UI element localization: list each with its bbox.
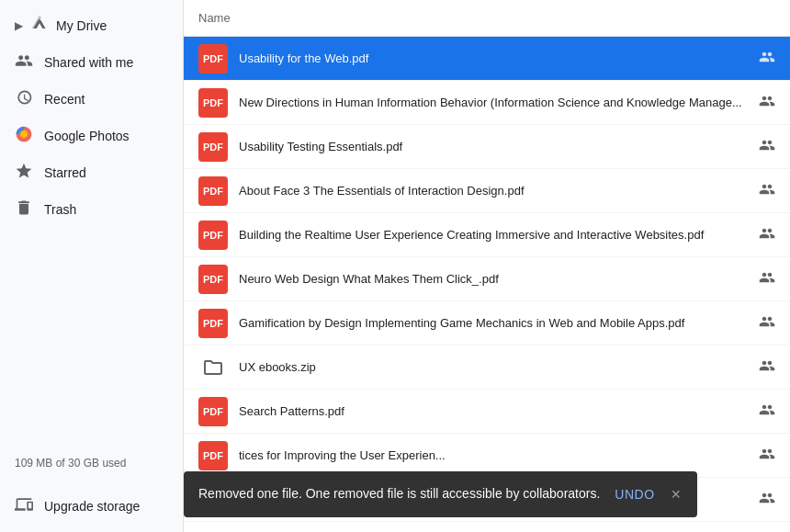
file-row[interactable]: PDFGamification by Design Implementing G… — [184, 301, 790, 345]
pdf-icon: PDF — [198, 265, 228, 294]
sidebar-item-label: Trash — [44, 202, 76, 217]
file-row[interactable]: PDFUsability Testing Essentials.pdf — [184, 125, 790, 169]
drive-icon — [30, 15, 49, 37]
pdf-icon: PDF — [198, 309, 228, 338]
file-list: PDFUsability for the Web.pdf PDFNew Dire… — [184, 37, 790, 532]
pdf-icon: PDF — [198, 132, 228, 162]
filename: tices for Improving the User Experien... — [239, 448, 748, 462]
pdf-icon: PDF — [198, 397, 228, 426]
pdf-icon: PDF — [198, 221, 228, 250]
main-content: Name PDFUsability for the Web.pdf PDFNew… — [184, 0, 790, 532]
share-icon — [759, 490, 775, 510]
sidebar-item-label: My Drive — [56, 18, 107, 33]
people-icon — [15, 51, 33, 74]
pdf-icon: PDF — [198, 441, 228, 470]
storage-text: 109 MB of 30 GB used — [15, 457, 168, 470]
sidebar-item-shared[interactable]: Shared with me — [0, 44, 172, 81]
file-row[interactable]: PDFAbout Face 3 The Essentials of Intera… — [184, 169, 790, 213]
filename: Neuro Web Design What Makes Them Click_.… — [239, 272, 748, 286]
filename: Usability Testing Essentials.pdf — [239, 140, 748, 153]
filename: Building the Realtime User Experience Cr… — [239, 228, 748, 242]
file-row[interactable]: PDFNeuro Web Design What Makes Them Clic… — [184, 257, 790, 301]
filename: New Directions in Human Information Beha… — [239, 96, 748, 109]
pdf-icon: PDF — [198, 44, 228, 74]
name-column-header: Name — [198, 11, 231, 25]
share-icon — [759, 402, 775, 422]
filename: Usability for the Web.pdf — [239, 51, 748, 65]
share-icon — [759, 137, 775, 157]
share-icon — [759, 181, 775, 201]
sidebar-item-trash[interactable]: Trash — [0, 191, 172, 228]
file-row[interactable]: UX ebooks.zip — [184, 345, 790, 390]
sidebar-item-my-drive[interactable]: ▶ My Drive — [0, 7, 172, 44]
sidebar-item-starred[interactable]: Starred — [0, 154, 172, 191]
file-row[interactable]: PDFSearch Patterns.pdf — [184, 390, 790, 434]
sidebar-item-photos[interactable]: Google Photos — [0, 118, 172, 154]
undo-button[interactable]: UNDO — [615, 487, 654, 502]
file-list-header: Name — [184, 0, 790, 37]
share-icon — [759, 313, 775, 334]
photos-icon — [15, 125, 33, 147]
upgrade-icon — [15, 495, 33, 517]
file-row[interactable]: PDFUsability for the Web.pdf — [184, 37, 790, 81]
toast-notification: Removed one file. One removed file is st… — [184, 471, 697, 517]
sidebar-item-label: Shared with me — [44, 55, 133, 70]
chevron-icon: ▶ — [15, 19, 23, 32]
upgrade-label: Upgrade storage — [44, 499, 140, 514]
file-row[interactable]: PDFNew Directions in Human Information B… — [184, 81, 790, 125]
sidebar: ▶ My Drive Shared with me Recent Google … — [0, 0, 184, 532]
pdf-icon: PDF — [198, 176, 228, 206]
filename: UX ebooks.zip — [239, 360, 748, 374]
filename: About Face 3 The Essentials of Interacti… — [239, 184, 748, 198]
share-icon — [759, 49, 775, 69]
trash-icon — [15, 198, 33, 221]
sidebar-item-recent[interactable]: Recent — [0, 81, 172, 118]
pdf-icon: PDF — [198, 88, 228, 118]
upgrade-storage-button[interactable]: Upgrade storage — [0, 488, 183, 525]
filename: Gamification by Design Implementing Game… — [239, 316, 748, 330]
share-icon — [759, 446, 775, 466]
sidebar-item-label: Recent — [44, 92, 85, 107]
share-icon — [759, 269, 775, 289]
storage-section: 109 MB of 30 GB used — [0, 446, 183, 488]
share-icon — [759, 225, 775, 245]
close-icon[interactable]: × — [670, 484, 683, 504]
share-icon — [759, 357, 775, 378]
filename: Search Patterns.pdf — [239, 404, 748, 418]
share-icon — [759, 93, 775, 113]
file-row[interactable]: PDFBuilding the Realtime User Experience… — [184, 213, 790, 257]
sidebar-item-label: Google Photos — [44, 129, 130, 143]
toast-message: Removed one file. One removed file is st… — [198, 485, 600, 504]
zip-icon — [198, 353, 228, 382]
sidebar-item-label: Starred — [44, 165, 86, 180]
star-icon — [15, 162, 33, 184]
clock-icon — [15, 88, 33, 110]
